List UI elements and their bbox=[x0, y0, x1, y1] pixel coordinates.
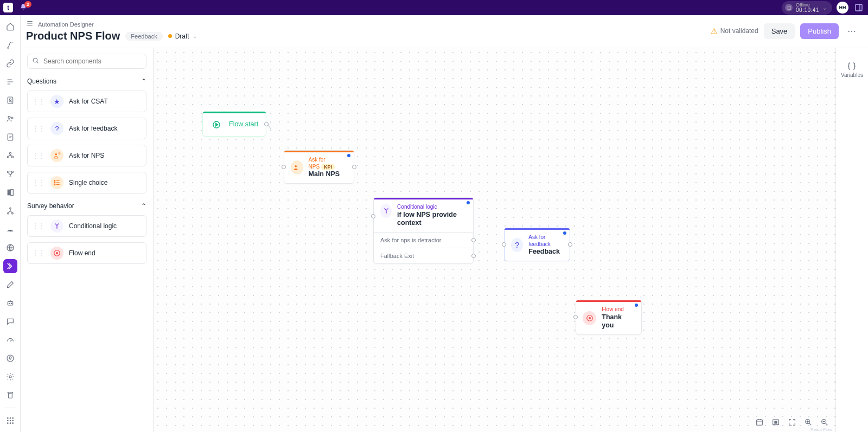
component-label: Conditional logic bbox=[69, 222, 117, 230]
component-flow-end[interactable]: ⋮⋮ Flow end bbox=[27, 242, 146, 264]
component-label: Single choice bbox=[69, 179, 107, 186]
svg-point-27 bbox=[7, 422, 9, 424]
nav-tasks-icon[interactable] bbox=[3, 130, 17, 144]
svg-point-23 bbox=[12, 417, 14, 419]
validation-label: Not validated bbox=[720, 27, 758, 35]
nav-layout-icon[interactable] bbox=[3, 185, 17, 199]
input-handle[interactable] bbox=[371, 214, 375, 218]
output-handle[interactable] bbox=[264, 122, 269, 126]
drag-handle-icon: ⋮⋮ bbox=[32, 152, 45, 159]
components-panel: Questions ⌃ ⋮⋮ ★ Ask for CSAT ⋮⋮ ? Ask f… bbox=[21, 48, 154, 432]
component-conditional-logic[interactable]: ⋮⋮ Conditional logic bbox=[27, 215, 146, 237]
search-input-wrap[interactable] bbox=[27, 54, 146, 69]
fullscreen-icon[interactable] bbox=[786, 416, 799, 429]
input-handle[interactable] bbox=[573, 315, 578, 319]
nav-gauge-icon[interactable] bbox=[3, 333, 17, 347]
star-icon: ★ bbox=[50, 95, 63, 108]
nav-org-icon[interactable] bbox=[3, 149, 17, 163]
collapse-panel-icon[interactable] bbox=[26, 20, 34, 29]
nav-sequence-icon[interactable] bbox=[3, 75, 17, 89]
svg-point-7 bbox=[9, 152, 11, 154]
node-type: Ask for feedback bbox=[528, 234, 563, 248]
status-chip[interactable]: Draft ⌄ bbox=[168, 33, 197, 40]
section-questions[interactable]: Questions ⌃ bbox=[27, 78, 146, 85]
validation-status[interactable]: ⚠ Not validated bbox=[711, 27, 758, 35]
chevron-down-icon: ⌄ bbox=[193, 33, 197, 39]
component-single-choice[interactable]: ⋮⋮ Single choice bbox=[27, 172, 146, 194]
node-feedback[interactable]: ? Ask for feedback Feedback bbox=[504, 228, 570, 261]
node-conditional[interactable]: Conditional logic if low NPS provide con… bbox=[373, 197, 474, 264]
nav-chat-icon[interactable] bbox=[3, 314, 17, 328]
svg-point-29 bbox=[12, 422, 14, 424]
svg-rect-40 bbox=[589, 317, 591, 319]
node-flow-end[interactable]: Flow end Thank you bbox=[576, 300, 642, 335]
list-icon bbox=[50, 176, 63, 189]
search-input[interactable] bbox=[42, 57, 142, 66]
nav-bot-icon[interactable] bbox=[3, 296, 17, 310]
exit-fallback[interactable]: Fallback Exit bbox=[374, 248, 473, 263]
notifications-icon[interactable]: 2 bbox=[20, 3, 27, 12]
nav-edit-icon[interactable] bbox=[3, 278, 17, 292]
fit-view-icon[interactable] bbox=[769, 416, 782, 429]
output-handle[interactable] bbox=[471, 254, 476, 258]
nav-home[interactable] bbox=[3, 20, 17, 34]
nav-signal-icon[interactable] bbox=[3, 222, 17, 236]
nav-tree-icon[interactable] bbox=[3, 204, 17, 218]
snapshot-icon[interactable] bbox=[753, 416, 766, 429]
svg-point-21 bbox=[7, 417, 9, 419]
nav-path-icon[interactable] bbox=[3, 38, 17, 52]
nav-apps-icon[interactable] bbox=[3, 414, 17, 428]
input-handle[interactable] bbox=[282, 165, 286, 169]
publish-button[interactable]: Publish bbox=[800, 23, 839, 39]
exit-detractor[interactable]: Ask for nps is detractor bbox=[374, 232, 473, 248]
component-ask-for-csat[interactable]: ⋮⋮ ★ Ask for CSAT bbox=[27, 91, 146, 112]
variables-button[interactable]: Variables bbox=[841, 61, 863, 78]
person-speak-icon bbox=[50, 149, 63, 162]
component-ask-for-feedback[interactable]: ⋮⋮ ? Ask for feedback bbox=[27, 118, 146, 139]
right-panel-toggle-icon[interactable] bbox=[853, 2, 865, 14]
svg-rect-0 bbox=[856, 4, 862, 11]
svg-point-19 bbox=[7, 355, 14, 362]
active-marker bbox=[563, 231, 566, 235]
svg-point-30 bbox=[33, 58, 37, 62]
presence-status[interactable]: ◻ Offline 00:10:41 ⌄ bbox=[782, 1, 832, 15]
component-ask-for-nps[interactable]: ⋮⋮ Ask for NPS bbox=[27, 145, 146, 166]
nav-rail bbox=[0, 15, 21, 432]
node-main-nps[interactable]: Ask for NPSKPI Main NPS bbox=[284, 150, 354, 184]
drag-handle-icon: ⋮⋮ bbox=[32, 249, 45, 257]
nav-trophy-icon[interactable] bbox=[3, 167, 17, 181]
drag-handle-icon: ⋮⋮ bbox=[32, 179, 45, 186]
save-button[interactable]: Save bbox=[764, 23, 795, 39]
app-logo[interactable]: t bbox=[3, 3, 13, 12]
breadcrumb[interactable]: Automation Designer bbox=[38, 21, 94, 28]
right-rail: Variables bbox=[835, 48, 868, 432]
nav-team-icon[interactable] bbox=[3, 112, 17, 126]
nav-link-icon[interactable] bbox=[3, 56, 17, 70]
nav-automation[interactable] bbox=[3, 259, 17, 273]
nav-archive-icon[interactable] bbox=[3, 388, 17, 402]
output-handle[interactable] bbox=[471, 238, 476, 242]
svg-point-13 bbox=[7, 212, 9, 214]
node-type: Ask for NPSKPI bbox=[309, 157, 347, 170]
section-label: Questions bbox=[27, 78, 56, 85]
output-handle[interactable] bbox=[352, 165, 356, 169]
nav-globe-icon[interactable] bbox=[3, 241, 17, 255]
node-flow-start[interactable]: Flow start bbox=[202, 111, 266, 137]
nav-compass-icon[interactable] bbox=[3, 351, 17, 365]
node-title: if low NPS provide context bbox=[397, 211, 467, 228]
nav-settings-icon[interactable] bbox=[3, 370, 17, 384]
flow-canvas[interactable]: Flow start Ask for NPSKPI Main NPS bbox=[154, 48, 835, 432]
output-handle[interactable] bbox=[568, 242, 572, 247]
component-label: Ask for NPS bbox=[69, 152, 104, 159]
active-marker bbox=[635, 304, 638, 307]
nav-contact-icon[interactable] bbox=[3, 93, 17, 107]
input-handle[interactable] bbox=[502, 242, 506, 247]
more-menu-icon[interactable]: ⋯ bbox=[844, 23, 859, 38]
warning-icon: ⚠ bbox=[711, 27, 718, 35]
node-title: Flow start bbox=[229, 120, 258, 129]
stop-icon bbox=[583, 311, 596, 325]
drag-handle-icon: ⋮⋮ bbox=[32, 98, 45, 105]
svg-point-18 bbox=[11, 303, 11, 304]
section-survey-behavior[interactable]: Survey behavior ⌃ bbox=[27, 202, 146, 210]
avatar[interactable]: HH bbox=[837, 2, 848, 14]
